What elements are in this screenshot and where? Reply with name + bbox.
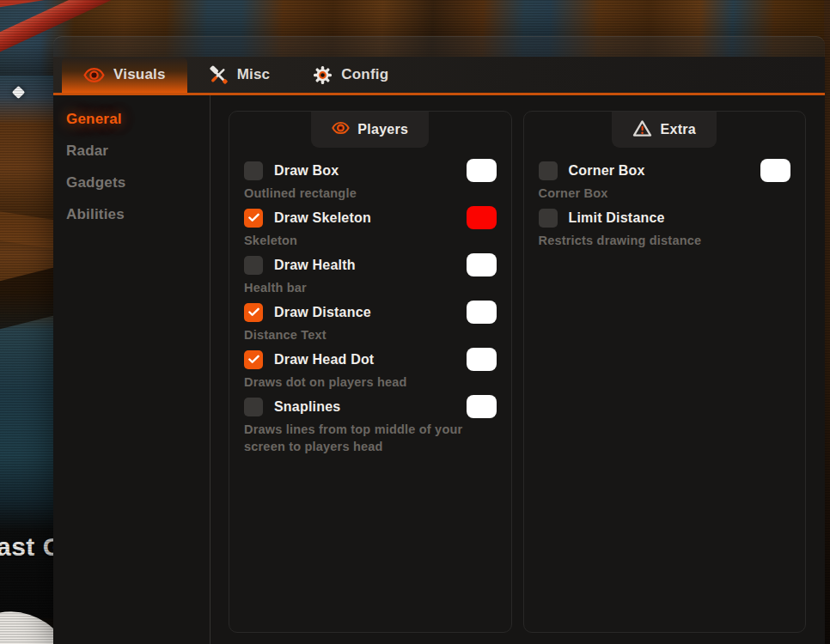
warning-icon	[632, 119, 652, 141]
sidebar-item-gadgets[interactable]: Gadgets	[53, 170, 210, 196]
window-header-strip	[53, 36, 825, 57]
sidebar-item-radar[interactable]: Radar	[53, 138, 210, 164]
setting-draw-distance: Draw Distance Distance Text	[244, 301, 497, 348]
tools-icon	[209, 65, 229, 85]
panel-title: Players	[357, 122, 408, 137]
setting-description: Corner Box	[539, 185, 760, 202]
window-body: General Radar Gadgets Abilities Players	[53, 95, 825, 644]
setting-description: Health bar	[244, 279, 466, 296]
color-swatch[interactable]	[467, 348, 497, 371]
setting-description: Outlined rectangle	[244, 185, 466, 202]
color-swatch[interactable]	[467, 159, 497, 182]
checkbox[interactable]	[244, 350, 263, 369]
setting-label: Draw Health	[274, 258, 356, 273]
checkbox[interactable]	[244, 209, 263, 228]
setting-label: Draw Skeleton	[274, 210, 371, 226]
setting-description: Skeleton	[244, 232, 466, 249]
content-area: Players Draw Box Outlined rectangle Draw…	[211, 95, 825, 644]
eye-icon	[332, 121, 350, 138]
setting-draw-box: Draw Box Outlined rectangle	[244, 159, 497, 206]
eye-icon	[83, 67, 105, 83]
setting-label: Draw Box	[274, 163, 339, 179]
sidebar-item-abilities[interactable]: Abilities	[53, 202, 210, 228]
setting-snaplines: Snaplines Draws lines from top middle of…	[244, 395, 497, 459]
setting-draw-head-dot: Draw Head Dot Draws dot on players head	[244, 348, 497, 395]
sidebar-item-general[interactable]: General	[53, 106, 210, 132]
setting-label: Snaplines	[274, 399, 340, 415]
checkbox[interactable]	[244, 303, 263, 322]
panel-extra-header: Extra	[612, 112, 717, 148]
cheat-menu-window: Visuals Misc	[53, 36, 825, 644]
tab-label: Visuals	[113, 66, 166, 83]
color-swatch[interactable]	[467, 206, 497, 229]
tab-label: Config	[341, 66, 388, 83]
checkbox[interactable]	[244, 256, 263, 275]
setting-limit-distance: Limit Distance Restricts drawing distanc…	[539, 206, 791, 253]
tab-config[interactable]: Config	[291, 57, 410, 93]
checkbox[interactable]	[539, 161, 558, 180]
panel-players-header: Players	[311, 112, 429, 148]
tab-bar: Visuals Misc	[53, 57, 825, 95]
setting-label: Draw Head Dot	[274, 352, 374, 368]
color-swatch[interactable]	[760, 159, 790, 182]
setting-label: Draw Distance	[274, 305, 371, 320]
tab-visuals[interactable]: Visuals	[62, 57, 187, 93]
checkbox[interactable]	[244, 161, 263, 180]
setting-description: Draws lines from top middle of your scre…	[244, 421, 466, 455]
tab-misc[interactable]: Misc	[187, 57, 292, 93]
panel-players: Players Draw Box Outlined rectangle Draw…	[229, 111, 512, 633]
color-swatch[interactable]	[467, 395, 497, 418]
tab-label: Misc	[237, 66, 271, 83]
panel-extra: Extra Corner Box Corner Box Limit Distan…	[523, 111, 807, 633]
checkbox[interactable]	[539, 209, 558, 228]
setting-label: Limit Distance	[569, 210, 665, 226]
setting-description: Restricts drawing distance	[539, 232, 760, 249]
color-swatch[interactable]	[467, 301, 497, 324]
background-right-edge	[824, 0, 830, 644]
setting-draw-health: Draw Health Health bar	[244, 253, 497, 301]
setting-draw-skeleton: Draw Skeleton Skeleton	[244, 206, 497, 253]
sidebar: General Radar Gadgets Abilities	[53, 95, 211, 644]
color-swatch[interactable]	[467, 253, 497, 276]
setting-description: Draws dot on players head	[244, 374, 466, 391]
gear-icon	[313, 65, 333, 85]
panel-title: Extra	[660, 122, 696, 137]
setting-label: Corner Box	[569, 163, 645, 179]
checkbox[interactable]	[244, 398, 263, 416]
setting-description: Distance Text	[244, 326, 466, 343]
setting-corner-box: Corner Box Corner Box	[539, 159, 791, 206]
